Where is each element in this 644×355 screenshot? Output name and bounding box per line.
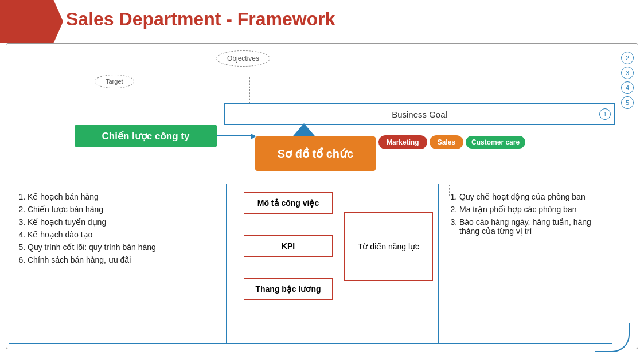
- target-arrow-h: [138, 92, 227, 92]
- department-pills: Marketing Sales Customer care: [378, 135, 525, 149]
- business-goal-number: 1: [599, 108, 611, 120]
- right-column: Quy chế hoạt động của phòng ban Ma trận …: [439, 184, 612, 344]
- side-num-4[interactable]: 4: [621, 81, 634, 94]
- marketing-pill: Marketing: [378, 135, 427, 149]
- chien-luoc-box: Chiến lược công ty: [75, 125, 217, 147]
- connector-h2: [333, 244, 344, 244]
- kpi-box: KPI: [244, 235, 333, 257]
- chien-luoc-label: Chiến lược công ty: [102, 130, 190, 142]
- list-item: Ma trận phối hợp các phòng ban: [459, 205, 606, 214]
- list-item: Quy trình cốt lõi: quy trình bán hàng: [28, 243, 220, 252]
- list-item: Kế hoạch tuyển dụng: [28, 217, 220, 227]
- side-num-3[interactable]: 3: [621, 67, 634, 79]
- objectives-arrow-line: [249, 77, 250, 103]
- left-list: Kế hoạch bán hàng Chiến lược bán hàng Kế…: [15, 192, 220, 264]
- left-column: Kế hoạch bán hàng Chiến lược bán hàng Kế…: [9, 184, 227, 344]
- mo-ta-box: Mô tả công việc: [244, 192, 333, 214]
- side-num-5[interactable]: 5: [621, 96, 634, 109]
- customer-care-pill: Customer care: [466, 136, 525, 149]
- side-navigation: 2 3 4 5: [621, 52, 634, 109]
- chien-to-org-arrow: [217, 135, 255, 136]
- org-chart-box: Sơ đồ tổ chức: [255, 136, 376, 171]
- side-num-2[interactable]: 2: [621, 52, 634, 64]
- bottom-section: Kế hoạch bán hàng Chiến lược bán hàng Kế…: [9, 184, 612, 344]
- arrow-tu-dien-h: [433, 244, 442, 244]
- list-item: Chiến lược bán hàng: [28, 205, 220, 214]
- tu-dien-box: Từ điển năng lực: [344, 212, 433, 281]
- list-item: Quy chế hoạt động của phòng ban: [459, 192, 606, 201]
- sales-pill: Sales: [430, 135, 463, 149]
- connector-h3: [344, 247, 345, 247]
- middle-column: Mô tả công việc KPI Thang bậc lương Từ đ…: [227, 184, 439, 344]
- connector-v: [344, 206, 344, 244]
- list-item: Báo cáo hàng ngày, hàng tuần, hàng tháng…: [459, 217, 606, 236]
- right-list: Quy chế hoạt động của phòng ban Ma trận …: [447, 192, 606, 236]
- objectives-bubble: Objectives: [216, 50, 270, 67]
- thang-bac-box: Thang bậc lương: [244, 278, 333, 300]
- list-item: Kế hoạch bán hàng: [28, 192, 220, 201]
- page-title: Sales Department - Framework: [66, 9, 638, 30]
- page-header: Sales Department - Framework: [66, 9, 638, 30]
- red-chevron: [0, 0, 63, 43]
- business-goal-box: Business Goal 1: [224, 103, 615, 125]
- list-item: Chính sách bán hàng, ưu đãi: [28, 255, 220, 264]
- business-goal-label: Business Goal: [392, 110, 447, 119]
- target-arrow-v: [227, 92, 227, 103]
- list-item: Kế hoạch đào tạo: [28, 230, 220, 239]
- connector-h1: [333, 206, 344, 206]
- target-bubble: Target: [95, 75, 134, 88]
- org-chart-label: Sơ đồ tổ chức: [278, 147, 353, 161]
